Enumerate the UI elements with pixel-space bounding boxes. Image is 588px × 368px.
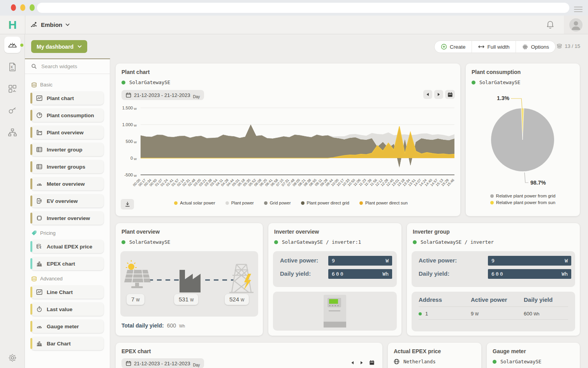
widget-item-meter-overview[interactable]: Meter overview: [31, 177, 104, 190]
widget-item-actual-epex-price[interactable]: €Actual EPEX price: [31, 240, 104, 253]
legend-label: Plant power direct grid: [307, 201, 349, 205]
widget-item-label: Inverter group: [47, 147, 83, 153]
drag-accent: [30, 321, 32, 332]
create-button[interactable]: Create: [435, 41, 472, 53]
widget-item-inverter-group[interactable]: Inverter group: [31, 143, 104, 156]
table-row[interactable]: 1: [419, 311, 428, 317]
legend-dot: [490, 194, 494, 198]
col-active-power: Active power: [471, 296, 507, 303]
svg-text:0 W: 0 W: [130, 156, 137, 161]
download-chart-button[interactable]: [121, 199, 134, 210]
widget-item-inverter-groups[interactable]: Inverter groups: [31, 160, 104, 173]
dashboard-actions: Create Full width Options: [434, 40, 556, 53]
consumption-pie-chart: 1.3% 98.7%: [466, 88, 580, 192]
notifications-bell-icon[interactable]: [546, 20, 555, 30]
region-name: Netherlands: [403, 359, 436, 364]
svg-text:€: €: [11, 65, 13, 69]
legend-item[interactable]: Actual solar power: [174, 201, 215, 205]
app-logo[interactable]: H: [0, 16, 25, 34]
nav-dashboard[interactable]: [0, 34, 25, 56]
legend-label: Grid power: [270, 201, 291, 205]
legend-item[interactable]: Relative plant power from grid: [490, 194, 556, 198]
drag-accent: [30, 144, 32, 155]
section-label: Pricing: [40, 230, 56, 236]
widget-item-inverter-overview[interactable]: Inverter overview: [31, 211, 104, 225]
widget-item-last-value[interactable]: Last value: [31, 303, 104, 316]
drag-accent: [30, 195, 32, 206]
chart-legend: Actual solar powerPlant powerGrid powerP…: [139, 201, 443, 205]
widget-item-plant-overview[interactable]: Plant overview: [31, 126, 104, 139]
widget-item-plant-chart[interactable]: Plant chart: [31, 92, 104, 105]
prev-period-button[interactable]: [423, 90, 432, 99]
solar-power-value: 7 W: [127, 294, 144, 305]
browser-menu-icon[interactable]: [574, 5, 583, 14]
nav-invoices[interactable]: €: [0, 56, 25, 78]
widget-item-label: Line Chart: [47, 289, 73, 295]
window-maximize-button[interactable]: [30, 4, 35, 11]
widget-item-plant-consumption[interactable]: Plant consumption: [31, 109, 104, 122]
widget-item-label: EV overview: [47, 198, 78, 204]
status-dot: [493, 360, 496, 364]
next-period-button[interactable]: [360, 361, 363, 364]
widget-item-bar-chart[interactable]: Bar Chart: [31, 337, 104, 350]
dashboard-selector-button[interactable]: My dashboard: [31, 40, 87, 53]
pie-legend: Relative plant power from grid Relative …: [466, 194, 580, 205]
status-dot: [121, 240, 125, 244]
arrow-right-icon: [437, 93, 440, 96]
chevron-down-icon: [65, 23, 70, 26]
widget-actual-epex-price: Actual EPEX price Netherlands: [388, 343, 481, 368]
search-input[interactable]: [40, 63, 100, 70]
dashboard-active-dot: [20, 44, 23, 47]
logo-h-icon: H: [8, 19, 17, 31]
settings-gear-icon: [8, 353, 17, 363]
window-minimize-button[interactable]: [20, 4, 25, 11]
table-icon: [36, 146, 42, 153]
date-range-picker[interactable]: 21-12-2023 - 21-12-2023 Day: [121, 90, 204, 100]
widget-item-ev-overview[interactable]: EV overview: [31, 194, 104, 208]
legend-item[interactable]: Plant power direct grid: [301, 201, 349, 205]
url-bar[interactable]: [37, 3, 569, 13]
jump-to-date-button[interactable]: [445, 90, 455, 99]
widget-item-line-chart[interactable]: Line Chart: [31, 285, 104, 299]
nav-settings[interactable]: [0, 353, 25, 363]
next-period-button[interactable]: [434, 90, 443, 99]
widget-item-gauge-meter[interactable]: Gauge meter: [31, 320, 104, 333]
legend-item[interactable]: Plant power: [225, 201, 254, 205]
chart-nav: [423, 90, 455, 99]
dashboard-icon: [4, 37, 21, 53]
legend-item[interactable]: Grid power: [264, 201, 291, 205]
coins-icon: €: [36, 243, 42, 250]
active-power-value-box: 9 W: [488, 256, 571, 266]
widget-item-epex-chart[interactable]: EPEX chart: [31, 257, 104, 270]
widget-title: Inverter overview: [274, 229, 319, 235]
user-menu[interactable]: [564, 16, 588, 34]
bar-chart-icon: [36, 261, 42, 267]
org-selector[interactable]: Embion: [30, 16, 70, 34]
full-width-button[interactable]: Full width: [472, 41, 516, 53]
date-range-picker[interactable]: 21-12-2023 - 21-12-2023 Day: [121, 358, 204, 368]
svg-text:1.000 W: 1.000 W: [122, 122, 137, 127]
section-header-basic: Basic: [31, 82, 104, 88]
device-row: SolarGatewaySE: [121, 79, 170, 85]
nav-widgets[interactable]: [0, 78, 25, 100]
options-button[interactable]: Options: [516, 41, 555, 53]
widget-item-label: Plant consumption: [47, 113, 94, 118]
widget-item-label: Inverter overview: [47, 215, 90, 221]
widgets-icon: [8, 85, 17, 93]
legend-item[interactable]: Relative plant power from sun: [490, 200, 555, 205]
plus-circle-icon: [441, 44, 447, 50]
drag-accent: [30, 304, 32, 315]
screen: H Embion: [0, 0, 588, 368]
drag-accent: [30, 258, 32, 269]
jump-to-date-button[interactable]: [369, 360, 375, 365]
legend-item[interactable]: Plant power direct sun: [359, 201, 408, 205]
window-close-button[interactable]: [11, 4, 16, 11]
drag-accent: [30, 127, 32, 138]
nav-sites[interactable]: [0, 121, 25, 143]
prev-period-button[interactable]: [351, 361, 354, 364]
table-icon: [36, 164, 42, 170]
full-width-label: Full width: [487, 44, 509, 50]
widget-title: Inverter group: [413, 229, 450, 235]
nav-api-keys[interactable]: [0, 100, 25, 121]
inverter-device-icon: [323, 294, 347, 328]
